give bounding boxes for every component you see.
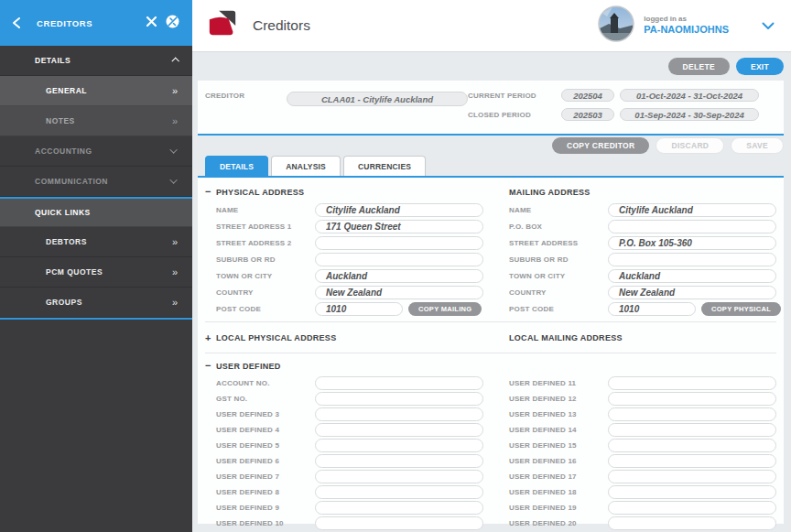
field-input-user-defined-17[interactable] [608, 470, 776, 483]
sidebar-item-pcm-quotes[interactable]: PCM QUOTES» [0, 257, 192, 288]
field-input-user-defined-11[interactable] [608, 376, 776, 390]
field-label: STREET ADDRESS [509, 239, 608, 247]
sidebar-item-notes[interactable]: NOTES» [0, 106, 192, 136]
collapse-toggle-icon[interactable]: − [205, 361, 216, 371]
sidebar-item-groups[interactable]: GROUPS» [0, 288, 192, 318]
field-label: SUBURB OR RD [216, 255, 315, 264]
field-input-post-code[interactable]: 1010 [608, 302, 696, 316]
top-header: Creditors [192, 0, 791, 52]
sidebar-item-details[interactable]: DETAILS [0, 46, 192, 76]
tab-details[interactable]: DETAILS [205, 156, 268, 176]
sidebar-item-label: PCM QUOTES [46, 267, 172, 277]
field-input-street-address-2[interactable] [315, 236, 483, 250]
field-value: Auckland [326, 271, 367, 281]
field-input-user-defined-5[interactable] [315, 439, 483, 452]
field-input-user-defined-14[interactable] [608, 423, 776, 437]
closed-period-label: CLOSED PERIOD [468, 111, 561, 119]
field-input-street-address[interactable]: P.O. Box 105-360 [608, 236, 776, 250]
sidebar-item-quick-links[interactable]: QUICK LINKS [0, 197, 192, 227]
form-field-row: TOWN OR CITYAuckland [498, 267, 776, 284]
sidebar-item-communication[interactable]: COMMUNICATION [0, 167, 192, 197]
field-label: USER DEFINED 8 [216, 488, 315, 496]
field-label: GST NO. [216, 395, 315, 403]
field-value: New Zealand [619, 288, 675, 298]
copy-mailing-button[interactable]: COPY MAILING [408, 302, 482, 316]
form-field-row: STREET ADDRESS 1171 Queen Street [205, 218, 483, 234]
field-input-user-defined-13[interactable] [608, 407, 776, 421]
field-input-user-defined-15[interactable] [608, 439, 776, 452]
form-field-row: ACCOUNT NO. [205, 375, 483, 391]
field-input-town-or-city[interactable]: Auckland [608, 269, 776, 283]
field-input-account-no[interactable] [315, 376, 483, 390]
chevron-right-icon: » [172, 267, 178, 277]
field-input-user-defined-8[interactable] [315, 485, 483, 499]
expand-toggle-icon[interactable]: + [205, 333, 216, 343]
chevron-down-icon[interactable] [762, 17, 775, 34]
mailing-address-header: MAILING ADDRESS [498, 185, 776, 199]
avatar[interactable] [598, 5, 634, 46]
field-input-name[interactable]: Citylife Auckland [608, 203, 776, 217]
field-input-user-defined-19[interactable] [608, 501, 776, 515]
close-icon[interactable] [146, 15, 157, 31]
user-menu[interactable]: logged in as PA-NAOMIJOHNS [598, 5, 775, 46]
tab-currencies[interactable]: CURRENCIES [343, 156, 426, 176]
chevron-up-icon [171, 57, 179, 64]
field-input-user-defined-4[interactable] [315, 423, 483, 437]
field-input-post-code[interactable]: 1010 [315, 302, 403, 316]
field-value: Citylife Auckland [619, 205, 693, 215]
field-label: POST CODE [216, 305, 315, 313]
back-chevron-icon[interactable] [11, 16, 27, 29]
physical-address-header: − PHYSICAL ADDRESS [205, 185, 483, 199]
form-field-row: USER DEFINED 6 [205, 453, 483, 469]
exit-button[interactable]: EXIT [736, 58, 784, 75]
sidebar-item-label: DETAILS [35, 56, 172, 65]
discard-button[interactable]: DISCARD [656, 137, 724, 154]
closed-period-code: 202503 [561, 108, 614, 121]
collapse-toggle-icon[interactable]: − [205, 187, 216, 197]
field-input-user-defined-16[interactable] [608, 454, 776, 468]
form-field-row: USER DEFINED 7 [205, 469, 483, 484]
sidebar-item-accounting[interactable]: ACCOUNTING [0, 136, 192, 167]
local-mailing-address-header: LOCAL MAILING ADDRESS [498, 328, 776, 348]
tab-analysis[interactable]: ANALYSIS [271, 156, 341, 176]
field-label: NAME [216, 206, 315, 214]
field-input-user-defined-12[interactable] [608, 392, 776, 406]
field-input-country[interactable]: New Zealand [315, 286, 483, 299]
form-field-row: POST CODE1010COPY PHYSICAL [498, 300, 776, 317]
field-input-user-defined-7[interactable] [315, 470, 483, 483]
field-input-user-defined-6[interactable] [315, 454, 483, 468]
field-label: SUBURB OR RD [509, 255, 608, 264]
form-field-row: STREET ADDRESSP.O. Box 105-360 [498, 234, 776, 251]
current-period-label: CURRENT PERIOD [468, 92, 561, 100]
sidebar-item-debtors[interactable]: DEBTORS» [0, 227, 192, 257]
field-input-user-defined-3[interactable] [315, 407, 483, 421]
section-title: MAILING ADDRESS [509, 188, 591, 197]
field-label: NAME [509, 206, 608, 214]
field-input-name[interactable]: Citylife Auckland [315, 203, 483, 217]
sidebar-nav: DETAILSGENERAL»NOTES»ACCOUNTINGCOMMUNICA… [0, 46, 192, 318]
field-label: ACCOUNT NO. [216, 379, 315, 387]
field-input-user-defined-9[interactable] [315, 501, 483, 515]
delete-button[interactable]: DELETE [668, 58, 730, 75]
period-fields: CURRENT PERIOD 202504 01-Oct-2024 - 31-O… [468, 89, 776, 134]
field-value: 171 Queen Street [326, 222, 401, 232]
field-input-p-o-box[interactable] [608, 220, 776, 233]
field-input-town-or-city[interactable]: Auckland [315, 269, 483, 283]
field-input-suburb-or-rd[interactable] [315, 253, 483, 266]
field-input-country[interactable]: New Zealand [608, 286, 776, 299]
copy-creditor-button[interactable]: COPY CREDITOR [552, 137, 649, 154]
field-input-gst-no[interactable] [315, 392, 483, 406]
save-button[interactable]: SAVE [731, 137, 784, 154]
unpin-icon[interactable] [166, 15, 179, 32]
sidebar-item-general[interactable]: GENERAL» [0, 76, 192, 106]
form-field-row: POST CODE1010COPY MAILING [205, 300, 483, 317]
username: PA-NAOMIJOHNS [644, 24, 729, 37]
field-input-user-defined-18[interactable] [608, 485, 776, 499]
field-input-street-address-1[interactable]: 171 Queen Street [315, 220, 483, 233]
copy-physical-button[interactable]: COPY PHYSICAL [701, 302, 781, 316]
creditor-input[interactable]: CLAA01 - Citylife Auckland [287, 92, 468, 106]
form-field-row: SUBURB OR RD [205, 251, 483, 267]
field-input-suburb-or-rd[interactable] [608, 253, 776, 266]
field-label: TOWN OR CITY [216, 272, 315, 280]
field-label: USER DEFINED 12 [509, 395, 608, 403]
